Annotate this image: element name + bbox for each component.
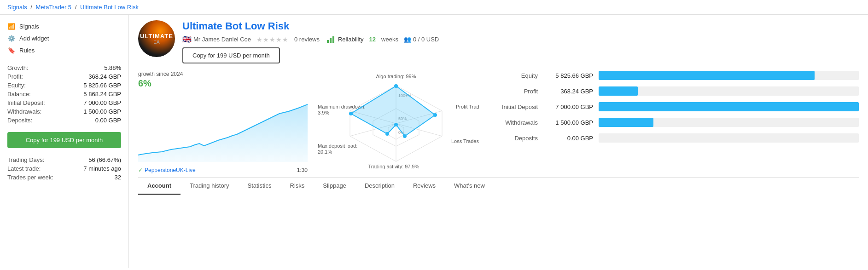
stat-profit: Profit: 368.24 GBP xyxy=(7,72,121,81)
reliability-text: Reliability xyxy=(338,36,364,43)
chart-area: growth since 2024 6% xyxy=(138,71,313,173)
radar-dot-profit xyxy=(433,113,437,117)
breadcrumb: Signals / MetaTrader 5 / Ultimate Bot Lo… xyxy=(0,0,868,15)
growth-since-label: growth since 2024 xyxy=(138,71,308,77)
radar-label-activity: Trading activity: 97.9% xyxy=(368,164,419,169)
flag-icon: 🇬🇧 xyxy=(182,35,192,44)
weeks-count: 12 xyxy=(369,36,376,43)
right-stat-value-withdrawals: 1 500.00 GBP xyxy=(543,119,599,126)
right-stat-label-profit: Profit xyxy=(488,88,543,95)
right-stat-label-withdrawals: Withdrawals xyxy=(488,119,543,126)
sidebar-item-signals[interactable]: 📶 Signals xyxy=(7,20,121,32)
line-chart xyxy=(138,91,308,164)
tabs: Account Trading history Statistics Risks… xyxy=(138,178,859,195)
stat-equity: Equity: 5 825.66 GBP xyxy=(7,81,121,90)
logo-text-line1: ULTIMATE xyxy=(140,33,173,40)
signal-icon: 📶 xyxy=(7,22,16,30)
stat-initial-deposit: Initial Deposit: 7 000.00 GBP xyxy=(7,98,121,107)
radar-dot-activity xyxy=(394,123,398,126)
sidebar-item-add-widget[interactable]: ⚙️ Add widget xyxy=(7,32,121,44)
radar-label-algo: Algo trading: 99% xyxy=(376,74,416,79)
right-stat-value-initial: 7 000.00 GBP xyxy=(543,103,599,110)
stat-trades-per-week: Trades per week: 32 xyxy=(7,173,121,182)
server-name[interactable]: ✓ PepperstoneUK-Live xyxy=(138,167,196,173)
weeks-label: weeks xyxy=(381,36,398,43)
author-name: Mr James Daniel Coe xyxy=(193,36,251,43)
people-icon: 👥 xyxy=(404,36,411,43)
sidebar-stats: Growth: 5.88% Profit: 368.24 GBP Equity:… xyxy=(7,63,121,125)
sidebar-nav-label-widget: Add widget xyxy=(19,35,49,42)
tab-reviews[interactable]: Reviews xyxy=(404,178,445,195)
radar-label-deposit-load-val: 20.1% xyxy=(318,149,332,155)
tab-trading-history[interactable]: Trading history xyxy=(181,178,239,195)
tab-whats-new[interactable]: What's new xyxy=(445,178,494,195)
copy-button-sidebar[interactable]: Copy for 199 USD per month xyxy=(7,132,121,148)
tab-account[interactable]: Account xyxy=(138,178,181,195)
trading-stats: Trading Days: 56 (66.67%) Latest trade: … xyxy=(7,155,121,182)
mid-section: growth since 2024 6% xyxy=(138,71,859,173)
right-stat-equity: Equity 5 825.66 GBP xyxy=(488,71,859,80)
breadcrumb-metatrader[interactable]: MetaTrader 5 xyxy=(36,4,72,11)
chart-container xyxy=(138,91,308,164)
radar-label-profit: Profit Trades: 78.9% xyxy=(456,104,479,109)
right-stat-label-deposits: Deposits xyxy=(488,135,543,142)
star-rating: ★★★★★ xyxy=(256,36,289,43)
stat-balance: Balance: 5 868.24 GBP xyxy=(7,90,121,98)
radar-chart: Algo trading: 99% Profit Trades: 78.9% L… xyxy=(313,72,479,173)
radar-dot-deposit xyxy=(385,132,389,136)
right-stats: Equity 5 825.66 GBP Profit 368.24 GBP In… xyxy=(479,71,859,173)
right-stat-bar-container-profit xyxy=(599,86,859,96)
signal-meta: 🇬🇧 Mr James Daniel Coe ★★★★★ 0 reviews R… xyxy=(182,35,859,44)
radar-dot-algo xyxy=(394,84,398,88)
tab-risks[interactable]: Risks xyxy=(281,178,314,195)
stat-trading-days: Trading Days: 56 (66.67%) xyxy=(7,155,121,164)
sidebar-nav-label-rules: Rules xyxy=(19,47,35,54)
breadcrumb-signals[interactable]: Signals xyxy=(7,4,27,11)
right-stat-bar-profit xyxy=(599,86,638,96)
signal-logo: ULTIMATE EA xyxy=(138,20,175,57)
right-stat-bar-equity xyxy=(599,71,815,80)
server-info: ✓ PepperstoneUK-Live 1:30 xyxy=(138,167,308,173)
sidebar-item-rules[interactable]: 🔖 Rules xyxy=(7,44,121,56)
signal-title: Ultimate Bot Low Risk xyxy=(182,20,859,32)
breadcrumb-signal-name[interactable]: Ultimate Bot Low Risk xyxy=(80,4,139,11)
radar-label-drawdown-val: 3.9% xyxy=(318,110,329,115)
sidebar: 📶 Signals ⚙️ Add widget 🔖 Rules Growth: … xyxy=(0,15,129,268)
right-stat-initial-deposit: Initial Deposit 7 000.00 GBP xyxy=(488,102,859,111)
right-stat-value-profit: 368.24 GBP xyxy=(543,88,599,95)
radar-label-deposit-load: Max deposit load: xyxy=(318,143,357,149)
right-stat-bar-container-deposits xyxy=(599,133,859,143)
stat-growth: Growth: 5.88% xyxy=(7,63,121,72)
radar-dot-loss xyxy=(403,134,407,138)
rules-icon: 🔖 xyxy=(7,46,16,54)
right-stat-label-initial: Initial Deposit xyxy=(488,103,543,110)
right-stat-value-deposits: 0.00 GBP xyxy=(543,135,599,142)
signal-info: Ultimate Bot Low Risk 🇬🇧 Mr James Daniel… xyxy=(182,20,859,63)
right-stat-withdrawals: Withdrawals 1 500.00 GBP xyxy=(488,118,859,127)
reliability-bars xyxy=(327,36,334,43)
ratio-value: 1:30 xyxy=(297,167,308,173)
right-stat-bar-container-equity xyxy=(599,71,859,80)
radar-area: Algo trading: 99% Profit Trades: 78.9% L… xyxy=(313,71,479,173)
reviews-count: 0 reviews xyxy=(294,36,320,43)
right-stat-profit: Profit 368.24 GBP xyxy=(488,86,859,96)
right-stat-deposits: Deposits 0.00 GBP xyxy=(488,133,859,143)
copy-button-main[interactable]: Copy for 199 USD per month xyxy=(182,47,280,63)
check-icon: ✓ xyxy=(138,167,143,173)
logo-text-line2: EA xyxy=(153,40,159,45)
right-stat-bar-initial xyxy=(599,102,859,111)
stat-latest-trade: Latest trade: 7 minutes ago xyxy=(7,164,121,173)
growth-pct: 6% xyxy=(138,78,308,89)
tab-description[interactable]: Description xyxy=(355,178,404,195)
stat-deposits: Deposits: 0.00 GBP xyxy=(7,116,121,125)
radar-data-polygon xyxy=(351,86,435,136)
signal-header: ULTIMATE EA Ultimate Bot Low Risk 🇬🇧 Mr … xyxy=(138,20,859,63)
right-stat-bar-withdrawals xyxy=(599,118,653,127)
tab-slippage[interactable]: Slippage xyxy=(314,178,355,195)
tabs-section: Account Trading history Statistics Risks… xyxy=(138,177,859,195)
sidebar-nav: 📶 Signals ⚙️ Add widget 🔖 Rules xyxy=(7,20,121,56)
widget-icon: ⚙️ xyxy=(7,34,16,42)
sidebar-nav-label-signals: Signals xyxy=(19,23,39,30)
right-stat-bar-container-initial xyxy=(599,102,859,111)
tab-statistics[interactable]: Statistics xyxy=(239,178,281,195)
